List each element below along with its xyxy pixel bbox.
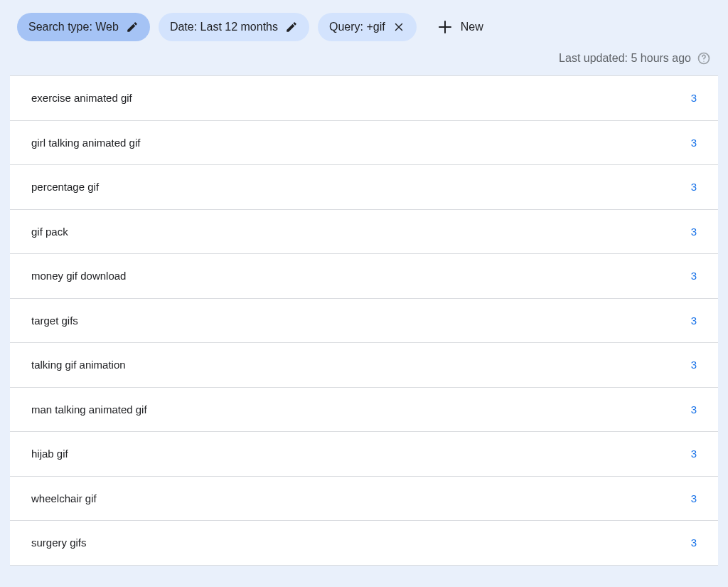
table-row[interactable]: wheelchair gif3 bbox=[10, 477, 718, 522]
query-value: 3 bbox=[691, 181, 697, 193]
query-label: gif pack bbox=[31, 226, 68, 238]
help-icon[interactable] bbox=[697, 51, 711, 65]
filter-chip-date[interactable]: Date: Last 12 months bbox=[159, 13, 309, 41]
table-row[interactable]: girl talking animated gif3 bbox=[10, 121, 718, 166]
query-value: 3 bbox=[691, 448, 697, 460]
new-button-label: New bbox=[461, 21, 483, 33]
edit-icon bbox=[285, 21, 298, 33]
table-row[interactable]: man talking animated gif3 bbox=[10, 388, 718, 433]
query-value: 3 bbox=[691, 403, 697, 416]
query-label: man talking animated gif bbox=[31, 403, 147, 416]
table-row[interactable]: exercise animated gif3 bbox=[10, 76, 718, 121]
table-row[interactable]: percentage gif3 bbox=[10, 165, 718, 210]
filter-chip-label: Search type: Web bbox=[28, 21, 119, 33]
table-row[interactable]: surgery gifs3 bbox=[10, 521, 718, 566]
table-row[interactable]: money gif download3 bbox=[10, 254, 718, 299]
query-label: hijab gif bbox=[31, 448, 68, 460]
close-icon[interactable] bbox=[392, 21, 405, 33]
query-value: 3 bbox=[691, 92, 697, 104]
query-label: percentage gif bbox=[31, 181, 99, 193]
filter-chip-search-type[interactable]: Search type: Web bbox=[17, 13, 150, 41]
query-label: talking gif animation bbox=[31, 359, 126, 371]
new-filter-button[interactable]: New bbox=[425, 13, 495, 41]
filter-chip-label: Query: +gif bbox=[329, 21, 385, 33]
query-label: wheelchair gif bbox=[31, 492, 97, 504]
query-value: 3 bbox=[691, 226, 697, 238]
query-label: girl talking animated gif bbox=[31, 137, 140, 149]
query-value: 3 bbox=[691, 137, 697, 149]
query-label: surgery gifs bbox=[31, 536, 87, 549]
query-label: money gif download bbox=[31, 270, 126, 282]
filter-chip-query[interactable]: Query: +gif bbox=[318, 13, 417, 41]
query-value: 3 bbox=[691, 536, 697, 549]
status-row: Last updated: 5 hours ago bbox=[0, 47, 728, 75]
query-value: 3 bbox=[691, 492, 697, 504]
table-row[interactable]: gif pack3 bbox=[10, 210, 718, 255]
query-value: 3 bbox=[691, 270, 697, 282]
query-value: 3 bbox=[691, 359, 697, 371]
svg-point-5 bbox=[703, 61, 704, 62]
filter-chip-label: Date: Last 12 months bbox=[170, 21, 278, 33]
edit-icon bbox=[126, 21, 139, 33]
plus-icon bbox=[437, 18, 454, 36]
query-table: exercise animated gif3girl talking anima… bbox=[10, 75, 718, 566]
table-row[interactable]: hijab gif3 bbox=[10, 432, 718, 477]
table-row[interactable]: talking gif animation3 bbox=[10, 343, 718, 388]
table-row[interactable]: target gifs3 bbox=[10, 299, 718, 344]
filter-bar: Search type: Web Date: Last 12 months Qu… bbox=[0, 0, 728, 47]
query-label: exercise animated gif bbox=[31, 92, 132, 104]
last-updated-text: Last updated: 5 hours ago bbox=[559, 52, 691, 65]
query-value: 3 bbox=[691, 314, 697, 327]
query-label: target gifs bbox=[31, 314, 78, 327]
